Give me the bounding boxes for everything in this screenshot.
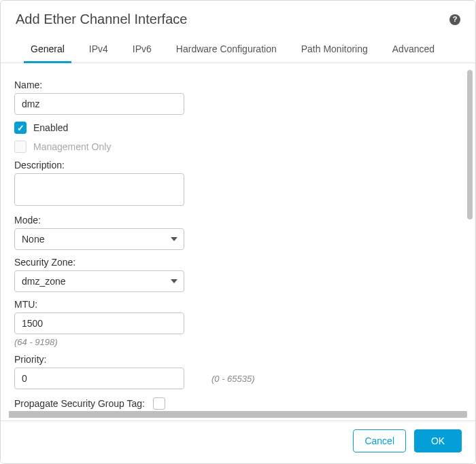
mtu-input[interactable] <box>14 313 184 334</box>
dialog-header: Add Ether Channel Interface ? <box>1 1 475 31</box>
security-zone-label: Security Zone: <box>14 257 451 268</box>
mtu-hint: (64 - 9198) <box>14 337 451 347</box>
security-zone-value[interactable] <box>14 270 184 292</box>
mode-label: Mode: <box>14 215 451 226</box>
mtu-label: MTU: <box>14 299 451 310</box>
dialog-add-ether-channel: Add Ether Channel Interface ? General IP… <box>0 0 476 464</box>
tab-advanced[interactable]: Advanced <box>380 37 447 63</box>
mode-select[interactable] <box>14 228 184 250</box>
tab-general[interactable]: General <box>18 37 77 63</box>
enabled-label: Enabled <box>33 122 68 133</box>
name-label: Name: <box>14 79 451 90</box>
name-input[interactable] <box>14 93 184 115</box>
management-only-checkbox <box>14 141 27 153</box>
ok-button[interactable]: OK <box>414 429 462 452</box>
priority-hint: (0 - 65535) <box>211 374 255 384</box>
vertical-scrollbar[interactable] <box>467 70 473 411</box>
dialog-footer: Cancel OK <box>1 421 475 463</box>
tab-bar: General IPv4 IPv6 Hardware Configuration… <box>1 31 475 63</box>
tab-ipv4[interactable]: IPv4 <box>77 37 120 63</box>
mode-value[interactable] <box>14 228 184 250</box>
horizontal-scrollbar[interactable] <box>9 411 467 418</box>
form-body: Name: Enabled Management Only Descriptio… <box>1 63 475 411</box>
propagate-label: Propagate Security Group Tag: <box>14 398 145 409</box>
description-label: Description: <box>14 160 451 171</box>
tab-hardware-configuration[interactable]: Hardware Configuration <box>164 37 289 63</box>
tab-ipv6[interactable]: IPv6 <box>120 37 164 63</box>
description-input[interactable] <box>14 173 184 206</box>
cancel-button[interactable]: Cancel <box>353 429 406 452</box>
dialog-title: Add Ether Channel Interface <box>16 12 187 27</box>
priority-label: Priority: <box>14 354 451 365</box>
propagate-checkbox[interactable] <box>153 397 165 410</box>
help-icon[interactable]: ? <box>449 14 460 25</box>
management-only-label: Management Only <box>33 141 111 152</box>
priority-input[interactable] <box>14 368 184 389</box>
tab-path-monitoring[interactable]: Path Monitoring <box>289 37 380 63</box>
security-zone-select[interactable] <box>14 270 184 292</box>
enabled-checkbox[interactable] <box>14 122 27 134</box>
